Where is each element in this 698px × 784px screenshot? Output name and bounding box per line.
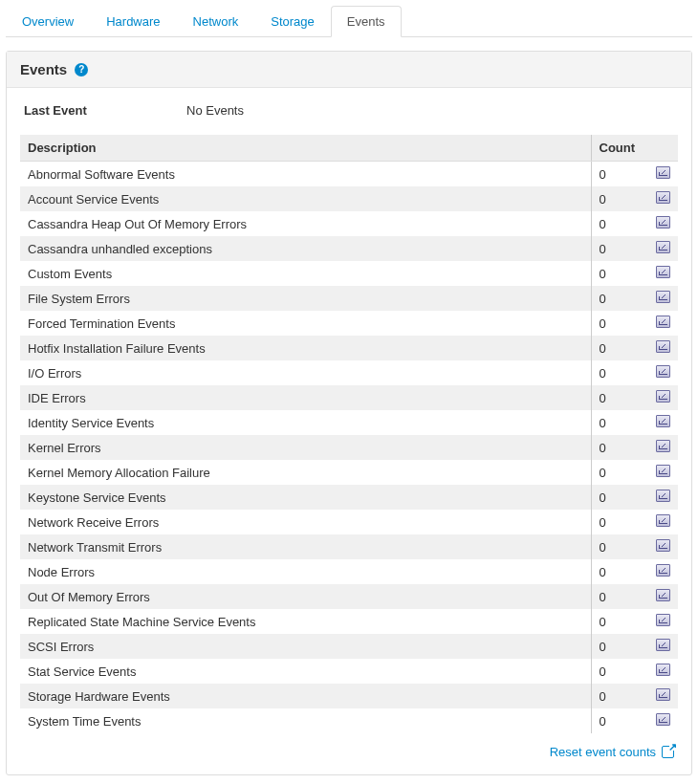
events-panel: Events ? Last Event No Events Descriptio… xyxy=(6,51,692,775)
event-description: Cassandra Heap Out Of Memory Errors xyxy=(20,211,591,236)
event-action-cell xyxy=(648,559,678,584)
last-event-value: No Events xyxy=(186,103,244,118)
chart-icon[interactable] xyxy=(656,316,670,328)
event-description: Node Errors xyxy=(20,559,591,584)
panel-title: Events xyxy=(20,61,67,77)
tab-events[interactable]: Events xyxy=(331,6,402,37)
event-description: File System Errors xyxy=(20,286,591,311)
chart-icon[interactable] xyxy=(656,688,670,701)
event-action-cell xyxy=(648,510,678,534)
event-action-cell xyxy=(648,286,678,311)
chart-icon[interactable] xyxy=(656,291,670,303)
event-count: 0 xyxy=(591,286,648,311)
event-description: Cassandra unhandled exceptions xyxy=(20,236,591,261)
panel-body: Last Event No Events Description Count A… xyxy=(7,88,691,774)
chart-icon[interactable] xyxy=(656,514,670,527)
event-count: 0 xyxy=(591,510,648,534)
table-row: Abnormal Software Events0 xyxy=(20,162,678,187)
event-action-cell xyxy=(648,186,678,211)
event-description: SCSI Errors xyxy=(20,634,591,659)
event-description: Out Of Memory Errors xyxy=(20,584,591,609)
chart-icon[interactable] xyxy=(656,340,670,353)
chart-icon[interactable] xyxy=(656,589,670,601)
event-action-cell xyxy=(648,460,678,485)
tab-storage[interactable]: Storage xyxy=(254,6,331,37)
col-count: Count xyxy=(591,135,648,162)
tab-network[interactable]: Network xyxy=(177,6,255,37)
table-row: Account Service Events0 xyxy=(20,186,678,211)
event-description: Stat Service Events xyxy=(20,659,591,684)
tab-bar: OverviewHardwareNetworkStorageEvents xyxy=(6,6,692,37)
chart-icon[interactable] xyxy=(656,490,670,502)
chart-icon[interactable] xyxy=(656,639,670,651)
event-action-cell xyxy=(648,534,678,559)
external-link-icon xyxy=(662,746,674,758)
chart-icon[interactable] xyxy=(656,266,670,278)
table-row: Kernel Errors0 xyxy=(20,435,678,460)
chart-icon[interactable] xyxy=(656,465,670,477)
table-row: Custom Events0 xyxy=(20,261,678,286)
event-count: 0 xyxy=(591,261,648,286)
event-description: Account Service Events xyxy=(20,186,591,211)
event-description: Custom Events xyxy=(20,261,591,286)
event-action-cell xyxy=(648,634,678,659)
table-row: Storage Hardware Events0 xyxy=(20,684,678,708)
event-action-cell xyxy=(648,162,678,187)
event-description: Network Transmit Errors xyxy=(20,534,591,559)
table-row: Keystone Service Events0 xyxy=(20,485,678,510)
event-action-cell xyxy=(648,659,678,684)
event-count: 0 xyxy=(591,162,648,187)
event-description: Kernel Memory Allocation Failure xyxy=(20,460,591,485)
event-count: 0 xyxy=(591,336,648,360)
event-description: Forced Termination Events xyxy=(20,311,591,336)
table-row: Network Receive Errors0 xyxy=(20,510,678,534)
chart-icon[interactable] xyxy=(656,539,670,552)
event-action-cell xyxy=(648,485,678,510)
event-action-cell xyxy=(648,584,678,609)
event-action-cell xyxy=(648,609,678,634)
table-row: Stat Service Events0 xyxy=(20,659,678,684)
table-row: Node Errors0 xyxy=(20,559,678,584)
chart-icon[interactable] xyxy=(656,415,670,427)
reset-event-counts-link[interactable]: Reset event counts xyxy=(550,745,674,759)
chart-icon[interactable] xyxy=(656,216,670,229)
tab-hardware[interactable]: Hardware xyxy=(90,6,176,37)
chart-icon[interactable] xyxy=(656,440,670,452)
chart-icon[interactable] xyxy=(656,713,670,726)
event-count: 0 xyxy=(591,460,648,485)
event-count: 0 xyxy=(591,236,648,261)
event-count: 0 xyxy=(591,584,648,609)
table-header-row: Description Count xyxy=(20,135,678,162)
chart-icon[interactable] xyxy=(656,664,670,676)
chart-icon[interactable] xyxy=(656,191,670,204)
event-count: 0 xyxy=(591,211,648,236)
chart-icon[interactable] xyxy=(656,564,670,577)
events-table: Description Count Abnormal Software Even… xyxy=(20,135,678,733)
chart-icon[interactable] xyxy=(656,166,670,179)
event-description: Replicated State Machine Service Events xyxy=(20,609,591,634)
table-row: Cassandra unhandled exceptions0 xyxy=(20,236,678,261)
event-count: 0 xyxy=(591,534,648,559)
event-count: 0 xyxy=(591,186,648,211)
event-action-cell xyxy=(648,435,678,460)
event-description: Storage Hardware Events xyxy=(20,684,591,708)
event-count: 0 xyxy=(591,708,648,733)
event-count: 0 xyxy=(591,634,648,659)
event-action-cell xyxy=(648,336,678,360)
event-count: 0 xyxy=(591,311,648,336)
chart-icon[interactable] xyxy=(656,614,670,626)
event-description: System Time Events xyxy=(20,708,591,733)
event-count: 0 xyxy=(591,559,648,584)
event-count: 0 xyxy=(591,435,648,460)
tab-overview[interactable]: Overview xyxy=(6,6,90,37)
event-count: 0 xyxy=(591,485,648,510)
chart-icon[interactable] xyxy=(656,365,670,378)
event-count: 0 xyxy=(591,659,648,684)
event-count: 0 xyxy=(591,360,648,385)
table-row: Kernel Memory Allocation Failure0 xyxy=(20,460,678,485)
event-count: 0 xyxy=(591,410,648,435)
table-row: Identity Service Events0 xyxy=(20,410,678,435)
chart-icon[interactable] xyxy=(656,390,670,403)
chart-icon[interactable] xyxy=(656,241,670,253)
help-icon[interactable]: ? xyxy=(75,63,88,76)
